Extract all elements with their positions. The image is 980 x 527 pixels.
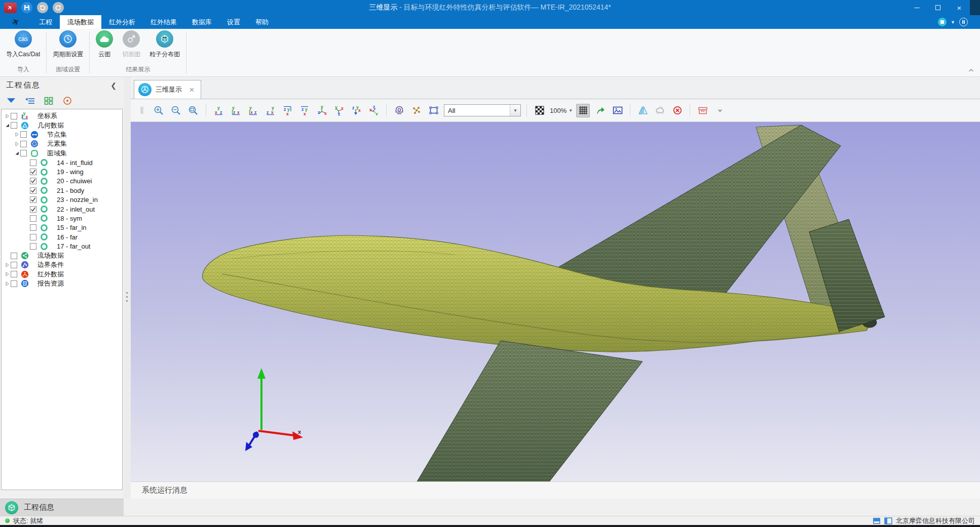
view-right-button[interactable]: zxy (263, 104, 277, 117)
tree-item-22-inlet_out[interactable]: 22 - inlet_out (2, 205, 122, 214)
tree-item-16-far[interactable]: 16 - far (2, 232, 122, 241)
grid-button[interactable] (576, 104, 590, 117)
camera-button[interactable] (392, 104, 406, 117)
tree-checkbox[interactable] (30, 196, 36, 203)
view-back-button[interactable]: yzx (229, 104, 243, 117)
tree-item-面域集[interactable]: 面域集 (2, 149, 122, 158)
combo-dropdown-icon[interactable]: ▼ (510, 105, 520, 116)
view-iso2-button[interactable]: yxz (332, 104, 346, 117)
ribbon-button-云图[interactable]: 云图 (96, 30, 113, 59)
tree-item-红外数据[interactable]: 红外数据 (2, 270, 122, 279)
delete-button[interactable] (670, 104, 684, 117)
tree-checkbox[interactable] (30, 159, 36, 166)
tree-item-边界条件[interactable]: 边界条件 (2, 260, 122, 269)
tree-item-20-chuiwei[interactable]: 20 - chuiwei (2, 177, 122, 186)
display-filter-combo[interactable]: All▼ (444, 104, 521, 116)
theme-icon[interactable] (938, 18, 947, 26)
zoom-level-dropdown[interactable]: 100%▼ (550, 107, 573, 114)
menu-tab-3[interactable]: 红外分析 (101, 15, 143, 29)
box-select-button[interactable] (427, 104, 440, 117)
mirror-button[interactable] (636, 104, 650, 117)
outline-shape-button[interactable] (653, 104, 667, 117)
panel-bottom-tab[interactable]: 工程信息 (0, 499, 124, 516)
tree-expander-icon[interactable] (4, 263, 11, 267)
tree-item-21-body[interactable]: 21 - body (2, 186, 122, 195)
tree-checkbox[interactable] (30, 243, 36, 250)
tree-expander-icon[interactable] (13, 132, 20, 137)
view-iso1-button[interactable]: yzx (315, 104, 329, 117)
tree-checkbox[interactable] (30, 178, 36, 184)
tree-checkbox[interactable] (30, 169, 36, 175)
menu-tab-1[interactable]: 工程 (31, 15, 60, 29)
minimize-button[interactable] (906, 0, 927, 15)
tree-expander-icon[interactable] (4, 281, 11, 286)
tree-item-15-far_in[interactable]: 15 - far_in (2, 223, 122, 232)
tree-item-17-far_out[interactable]: 17 - far_out (2, 241, 122, 251)
node-group-button[interactable] (409, 104, 423, 117)
view-front-button[interactable]: xzy (212, 104, 225, 117)
tree-expander-icon[interactable] (4, 123, 11, 128)
layout-left-icon[interactable] (884, 517, 892, 524)
tree-expander-icon[interactable] (13, 151, 20, 155)
view-iso3-button[interactable]: zyx (350, 104, 363, 117)
target-icon[interactable] (61, 96, 73, 106)
tree-checkbox[interactable] (30, 187, 36, 194)
tree-checkbox[interactable] (20, 131, 27, 138)
menu-tab-2[interactable]: 流场数据 (60, 15, 101, 29)
tree-checkbox[interactable] (30, 215, 36, 222)
grid-green-icon[interactable] (43, 96, 55, 106)
menu-tab-4[interactable]: 红外结果 (143, 15, 184, 29)
tree-item-18-sym[interactable]: 18 - sym (2, 214, 122, 223)
tree-item-元素集[interactable]: 元素集 (2, 139, 122, 148)
layout-bottom-icon[interactable] (873, 517, 881, 524)
panel-collapse-icon[interactable]: ❮ (110, 82, 117, 90)
snapshot-button[interactable] (611, 104, 624, 117)
app-button[interactable]: ✈ (4, 3, 17, 13)
tree-item-19-wing[interactable]: 19 - wing (2, 167, 122, 176)
menu-tab-7[interactable]: 帮助 (248, 15, 276, 29)
zoom-fit-button[interactable] (186, 104, 200, 117)
menu-tab-6[interactable]: 设置 (219, 15, 248, 29)
tree-item-14-int_fluid[interactable]: 14 - int_fluid (2, 158, 122, 167)
tree-checkbox[interactable] (11, 280, 17, 287)
tree-checkbox[interactable] (11, 253, 17, 259)
save-button[interactable] (21, 2, 32, 13)
transparency-button[interactable] (533, 104, 546, 117)
tree-checkbox[interactable] (30, 224, 36, 231)
tree-item-流场数据[interactable]: 流场数据 (2, 251, 122, 260)
ribbon-collapse-icon[interactable] (968, 65, 974, 74)
maximize-button[interactable] (927, 0, 949, 15)
redo-button[interactable] (53, 2, 64, 13)
tree-checkbox[interactable] (30, 234, 36, 240)
panel-splitter[interactable] (124, 77, 131, 499)
tree-checkbox[interactable] (20, 141, 27, 147)
tree-expander-icon[interactable] (4, 114, 11, 118)
list-icon[interactable] (24, 96, 36, 106)
viewport-3d[interactable]: x (131, 122, 980, 481)
view-top-button[interactable]: zyx (281, 104, 294, 117)
tree-item-报告资源[interactable]: 报告资源 (2, 279, 122, 288)
save-view-button[interactable] (696, 104, 709, 117)
tree-checkbox[interactable] (11, 113, 17, 119)
tree-checkbox[interactable] (11, 271, 17, 277)
tree-checkbox[interactable] (11, 262, 17, 268)
tree-item-23-nozzle_in[interactable]: 23 - nozzle_in (2, 195, 122, 205)
chevron-down-button[interactable] (713, 104, 727, 117)
view-bottom-button[interactable]: zyx (298, 104, 312, 117)
help-panel-icon[interactable] (959, 18, 968, 26)
tab-close-icon[interactable]: ✕ (189, 86, 195, 94)
zoom-in-button[interactable] (152, 104, 166, 117)
tree-expander-icon[interactable] (4, 272, 11, 276)
tree-item-节点集[interactable]: 节点集 (2, 130, 122, 139)
zoom-out-button[interactable] (169, 104, 183, 117)
ribbon-button-粒子分布图[interactable]: 粒子分布图 (149, 30, 180, 59)
undo-button[interactable] (37, 2, 48, 13)
tree-checkbox[interactable] (30, 206, 36, 213)
chevron-down-icon[interactable]: ▼ (951, 20, 955, 25)
view-left-button[interactable]: yxz (246, 104, 260, 117)
tree-checkbox[interactable] (11, 122, 17, 129)
filter-icon[interactable] (5, 96, 17, 106)
tree-item-坐标系[interactable]: yzx坐标系 (2, 111, 122, 120)
close-button[interactable]: × (949, 0, 970, 15)
tree-expander-icon[interactable] (13, 142, 20, 146)
